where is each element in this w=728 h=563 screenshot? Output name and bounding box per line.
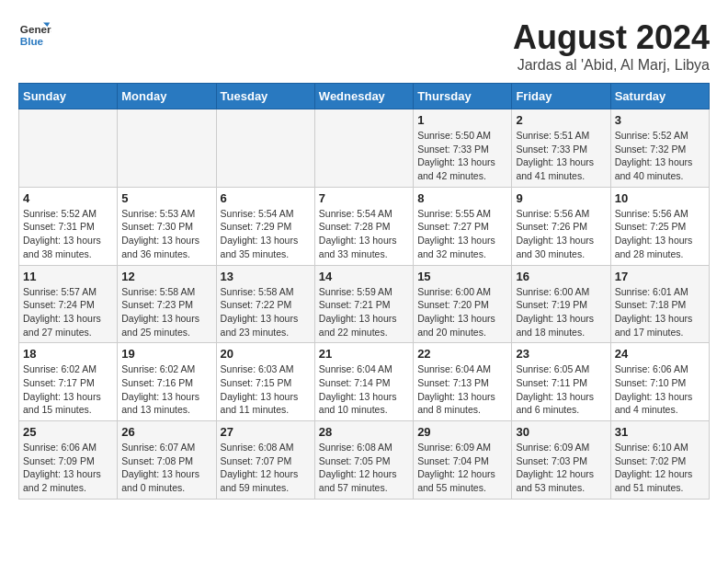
weekday-header-friday: Friday <box>512 84 610 109</box>
weekday-header-saturday: Saturday <box>610 84 709 109</box>
day-number: 29 <box>417 425 507 439</box>
calendar-day-cell: 7Sunrise: 5:54 AM Sunset: 7:28 PM Daylig… <box>314 187 413 265</box>
calendar-week-row: 11Sunrise: 5:57 AM Sunset: 7:24 PM Dayli… <box>19 265 710 343</box>
day-number: 10 <box>615 191 705 205</box>
calendar-day-cell <box>118 109 216 188</box>
calendar-day-cell: 9Sunrise: 5:56 AM Sunset: 7:26 PM Daylig… <box>512 187 610 265</box>
day-number: 12 <box>121 270 211 283</box>
calendar-day-cell: 16Sunrise: 6:00 AM Sunset: 7:19 PM Dayli… <box>512 265 610 343</box>
svg-text:Blue: Blue <box>20 35 44 47</box>
day-info: Sunrise: 6:09 AM Sunset: 7:03 PM Dayligh… <box>516 441 606 495</box>
day-info: Sunrise: 6:04 AM Sunset: 7:14 PM Dayligh… <box>319 362 409 417</box>
weekday-header-row: SundayMondayTuesdayWednesdayThursdayFrid… <box>19 84 710 109</box>
calendar-day-cell: 15Sunrise: 6:00 AM Sunset: 7:20 PM Dayli… <box>414 265 512 343</box>
day-info: Sunrise: 6:07 AM Sunset: 7:08 PM Dayligh… <box>121 441 211 495</box>
day-info: Sunrise: 5:54 AM Sunset: 7:28 PM Dayligh… <box>319 207 409 261</box>
day-number: 26 <box>121 425 211 439</box>
day-info: Sunrise: 6:10 AM Sunset: 7:02 PM Dayligh… <box>615 441 705 495</box>
day-number: 20 <box>221 347 311 361</box>
calendar-day-cell: 4Sunrise: 5:52 AM Sunset: 7:31 PM Daylig… <box>19 187 118 265</box>
day-number: 30 <box>516 425 606 439</box>
day-info: Sunrise: 6:09 AM Sunset: 7:04 PM Dayligh… <box>417 441 507 495</box>
day-info: Sunrise: 5:56 AM Sunset: 7:25 PM Dayligh… <box>615 207 705 261</box>
day-info: Sunrise: 5:55 AM Sunset: 7:27 PM Dayligh… <box>417 207 507 261</box>
calendar-week-row: 18Sunrise: 6:02 AM Sunset: 7:17 PM Dayli… <box>19 343 710 421</box>
day-info: Sunrise: 6:06 AM Sunset: 7:09 PM Dayligh… <box>23 441 113 495</box>
day-number: 25 <box>23 425 113 439</box>
day-info: Sunrise: 6:08 AM Sunset: 7:07 PM Dayligh… <box>221 441 311 495</box>
day-number: 21 <box>319 347 409 361</box>
calendar-day-cell: 6Sunrise: 5:54 AM Sunset: 7:29 PM Daylig… <box>216 187 314 265</box>
calendar-day-cell: 25Sunrise: 6:06 AM Sunset: 7:09 PM Dayli… <box>19 421 118 500</box>
day-info: Sunrise: 6:01 AM Sunset: 7:18 PM Dayligh… <box>615 285 705 339</box>
logo: General Blue <box>18 18 51 52</box>
weekday-header-tuesday: Tuesday <box>216 84 314 109</box>
title-block: August 2024 Jardas al 'Abid, Al Marj, Li… <box>513 18 710 74</box>
day-info: Sunrise: 6:04 AM Sunset: 7:13 PM Dayligh… <box>417 362 507 417</box>
day-number: 31 <box>615 425 705 439</box>
calendar-day-cell <box>216 109 314 188</box>
calendar-day-cell: 27Sunrise: 6:08 AM Sunset: 7:07 PM Dayli… <box>216 421 314 500</box>
calendar-day-cell: 22Sunrise: 6:04 AM Sunset: 7:13 PM Dayli… <box>414 343 512 421</box>
calendar-week-row: 4Sunrise: 5:52 AM Sunset: 7:31 PM Daylig… <box>19 187 710 265</box>
day-info: Sunrise: 5:51 AM Sunset: 7:33 PM Dayligh… <box>516 129 606 183</box>
calendar-day-cell: 21Sunrise: 6:04 AM Sunset: 7:14 PM Dayli… <box>314 343 413 421</box>
calendar-day-cell: 5Sunrise: 5:53 AM Sunset: 7:30 PM Daylig… <box>118 187 216 265</box>
calendar-day-cell: 10Sunrise: 5:56 AM Sunset: 7:25 PM Dayli… <box>610 187 709 265</box>
calendar-day-cell: 2Sunrise: 5:51 AM Sunset: 7:33 PM Daylig… <box>512 109 610 188</box>
day-info: Sunrise: 6:08 AM Sunset: 7:05 PM Dayligh… <box>319 441 409 495</box>
calendar-day-cell: 24Sunrise: 6:06 AM Sunset: 7:10 PM Dayli… <box>610 343 709 421</box>
day-number: 18 <box>23 347 113 361</box>
day-number: 11 <box>23 270 113 283</box>
day-number: 3 <box>615 113 705 127</box>
page-header: General Blue August 2024 Jardas al 'Abid… <box>18 18 710 74</box>
calendar-day-cell: 12Sunrise: 5:58 AM Sunset: 7:23 PM Dayli… <box>118 265 216 343</box>
day-number: 27 <box>221 425 311 439</box>
calendar-day-cell: 26Sunrise: 6:07 AM Sunset: 7:08 PM Dayli… <box>118 421 216 500</box>
day-number: 6 <box>221 191 311 205</box>
calendar-week-row: 25Sunrise: 6:06 AM Sunset: 7:09 PM Dayli… <box>19 421 710 500</box>
calendar-day-cell: 8Sunrise: 5:55 AM Sunset: 7:27 PM Daylig… <box>414 187 512 265</box>
calendar-day-cell: 13Sunrise: 5:58 AM Sunset: 7:22 PM Dayli… <box>216 265 314 343</box>
day-number: 1 <box>417 113 507 127</box>
day-number: 24 <box>615 347 705 361</box>
day-info: Sunrise: 5:54 AM Sunset: 7:29 PM Dayligh… <box>221 207 311 261</box>
day-info: Sunrise: 5:58 AM Sunset: 7:23 PM Dayligh… <box>121 285 211 339</box>
day-number: 13 <box>221 270 311 283</box>
calendar-day-cell: 14Sunrise: 5:59 AM Sunset: 7:21 PM Dayli… <box>314 265 413 343</box>
day-info: Sunrise: 5:56 AM Sunset: 7:26 PM Dayligh… <box>516 207 606 261</box>
calendar-day-cell: 29Sunrise: 6:09 AM Sunset: 7:04 PM Dayli… <box>414 421 512 500</box>
day-info: Sunrise: 6:02 AM Sunset: 7:17 PM Dayligh… <box>23 362 113 417</box>
calendar-day-cell: 19Sunrise: 6:02 AM Sunset: 7:16 PM Dayli… <box>118 343 216 421</box>
day-info: Sunrise: 6:00 AM Sunset: 7:19 PM Dayligh… <box>516 285 606 339</box>
day-number: 2 <box>516 113 606 127</box>
calendar-day-cell: 1Sunrise: 5:50 AM Sunset: 7:33 PM Daylig… <box>414 109 512 188</box>
day-number: 17 <box>615 270 705 283</box>
day-number: 14 <box>319 270 409 283</box>
day-info: Sunrise: 6:02 AM Sunset: 7:16 PM Dayligh… <box>121 362 211 417</box>
day-info: Sunrise: 5:58 AM Sunset: 7:22 PM Dayligh… <box>221 285 311 339</box>
calendar-day-cell: 23Sunrise: 6:05 AM Sunset: 7:11 PM Dayli… <box>512 343 610 421</box>
day-number: 8 <box>417 191 507 205</box>
day-info: Sunrise: 6:03 AM Sunset: 7:15 PM Dayligh… <box>221 362 311 417</box>
day-info: Sunrise: 5:52 AM Sunset: 7:32 PM Dayligh… <box>615 129 705 183</box>
day-number: 19 <box>121 347 211 361</box>
day-info: Sunrise: 5:53 AM Sunset: 7:30 PM Dayligh… <box>121 207 211 261</box>
calendar-day-cell: 18Sunrise: 6:02 AM Sunset: 7:17 PM Dayli… <box>19 343 118 421</box>
calendar-day-cell <box>19 109 118 188</box>
calendar-day-cell: 11Sunrise: 5:57 AM Sunset: 7:24 PM Dayli… <box>19 265 118 343</box>
calendar-day-cell: 3Sunrise: 5:52 AM Sunset: 7:32 PM Daylig… <box>610 109 709 188</box>
day-number: 5 <box>121 191 211 205</box>
day-info: Sunrise: 5:59 AM Sunset: 7:21 PM Dayligh… <box>319 285 409 339</box>
calendar-week-row: 1Sunrise: 5:50 AM Sunset: 7:33 PM Daylig… <box>19 109 710 188</box>
day-number: 22 <box>417 347 507 361</box>
calendar-day-cell: 31Sunrise: 6:10 AM Sunset: 7:02 PM Dayli… <box>610 421 709 500</box>
weekday-header-thursday: Thursday <box>414 84 512 109</box>
month-year-title: August 2024 <box>513 18 710 57</box>
weekday-header-monday: Monday <box>118 84 216 109</box>
weekday-header-sunday: Sunday <box>19 84 118 109</box>
calendar-day-cell: 28Sunrise: 6:08 AM Sunset: 7:05 PM Dayli… <box>314 421 413 500</box>
calendar-day-cell: 30Sunrise: 6:09 AM Sunset: 7:03 PM Dayli… <box>512 421 610 500</box>
calendar-day-cell: 20Sunrise: 6:03 AM Sunset: 7:15 PM Dayli… <box>216 343 314 421</box>
day-number: 7 <box>319 191 409 205</box>
